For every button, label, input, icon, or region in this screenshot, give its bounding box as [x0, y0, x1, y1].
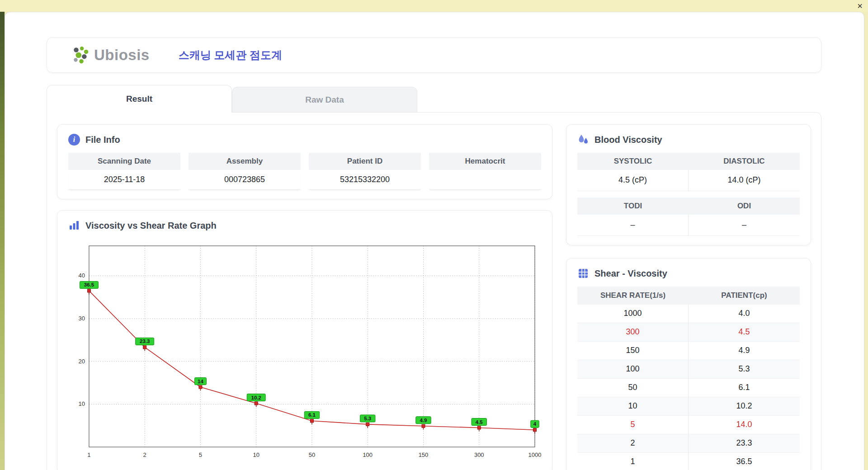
field-value: 53215332200: [309, 170, 421, 190]
shear-viscosity-title: Shear - Viscosity: [594, 268, 667, 279]
shear-rate-cell: 150: [577, 342, 689, 360]
svg-text:300: 300: [474, 451, 484, 458]
shear-table-row: 223.3: [577, 434, 800, 453]
bv-todi-value: –: [577, 215, 689, 236]
svg-text:6.1: 6.1: [308, 412, 316, 418]
shear-table-row: 506.1: [577, 379, 800, 397]
svg-text:2: 2: [143, 451, 146, 458]
shear-table-row: 136.5: [577, 453, 800, 470]
blood-viscosity-title: Blood Viscosity: [594, 135, 662, 145]
field-label: Assembly: [189, 153, 301, 170]
file-info-title: File Info: [85, 135, 120, 145]
shear-table-header: SHEAR RATE(1/s) PATIENT(cp): [577, 287, 800, 305]
tab-bar: Result Raw Data: [47, 85, 821, 112]
svg-text:100: 100: [363, 451, 373, 458]
field-label: Patient ID: [309, 153, 421, 170]
svg-text:50: 50: [309, 451, 315, 458]
shear-table-row: 3004.5: [577, 323, 800, 342]
svg-text:30: 30: [79, 315, 85, 322]
info-icon: i: [68, 134, 80, 146]
shear-viscosity-card: Shear - Viscosity SHEAR RATE(1/s) PATIEN…: [566, 258, 811, 470]
svg-text:5.3: 5.3: [364, 416, 371, 421]
tab-raw-data-label: Raw Data: [305, 95, 344, 105]
viscosity-graph-card: Viscosity vs Shear Rate Graph 1020304012…: [57, 210, 552, 470]
shear-rate-cell: 300: [577, 323, 689, 342]
brand-name: Ubiosis: [94, 47, 150, 64]
brand-logo: Ubiosis: [71, 46, 150, 65]
bv-odi-label: ODI: [689, 197, 800, 215]
patient-viscosity-cell: 4.5: [689, 323, 800, 342]
shear-rate-cell: 10: [577, 397, 689, 416]
field-value: 2025-11-18: [68, 170, 180, 190]
bv-value-row-2: – –: [577, 215, 800, 236]
blood-viscosity-card: Blood Viscosity SYSTOLIC DIASTOLIC 4.5 (…: [566, 124, 811, 245]
droplet-icon: [577, 134, 589, 146]
tab-raw-data[interactable]: Raw Data: [232, 87, 417, 112]
svg-text:10.2: 10.2: [251, 395, 261, 400]
close-icon[interactable]: ×: [857, 0, 863, 11]
shear-table-row: 1504.9: [577, 342, 800, 360]
field-assembly: Assembly 000723865: [189, 153, 301, 190]
svg-text:40: 40: [79, 272, 85, 279]
field-value: [429, 170, 541, 190]
viscosity-chart: 102030401251050100150300100036.523.31410…: [68, 239, 541, 464]
ubiosis-logo-icon: [71, 46, 90, 65]
field-label: Scanning Date: [68, 153, 180, 170]
desktop-background-edge: [0, 0, 5, 470]
patient-viscosity-cell: 36.5: [689, 453, 800, 470]
svg-text:36.5: 36.5: [84, 282, 94, 287]
svg-text:4.5: 4.5: [476, 419, 483, 425]
shear-rate-cell: 5: [577, 416, 689, 434]
patient-column-header: PATIENT(cp): [689, 287, 800, 305]
shear-rate-cell: 50: [577, 379, 689, 397]
shear-rate-column-header: SHEAR RATE(1/s): [577, 287, 689, 305]
svg-text:4.9: 4.9: [420, 418, 427, 423]
shear-rate-cell: 2: [577, 434, 689, 453]
patient-viscosity-cell: 4.0: [689, 305, 800, 323]
tab-result-label: Result: [126, 94, 152, 104]
svg-text:5: 5: [199, 451, 202, 458]
graph-title: Viscosity vs Shear Rate Graph: [85, 221, 217, 231]
field-value: 000723865: [189, 170, 301, 190]
bv-odi-value: –: [689, 215, 800, 236]
patient-viscosity-cell: 23.3: [689, 434, 800, 453]
bv-systolic-value: 4.5 (cP): [577, 170, 689, 191]
window-title-bar: ×: [0, 0, 868, 12]
app-window: Ubiosis 스캐닝 모세관 점도계 Result Raw Data i Fi…: [5, 12, 864, 470]
svg-text:150: 150: [419, 451, 429, 458]
patient-viscosity-cell: 14.0: [689, 416, 800, 434]
table-grid-icon: [577, 268, 589, 279]
svg-text:4: 4: [533, 421, 537, 427]
bv-diastolic-value: 14.0 (cP): [689, 170, 800, 191]
tab-result[interactable]: Result: [47, 85, 232, 113]
result-panel: i File Info Scanning Date 2025-11-18 Ass…: [47, 112, 821, 470]
svg-text:1000: 1000: [528, 451, 541, 458]
file-info-fields: Scanning Date 2025-11-18 Assembly 000723…: [68, 153, 541, 190]
page-title: 스캐닝 모세관 점도계: [179, 48, 282, 62]
field-patient-id: Patient ID 53215332200: [309, 153, 421, 190]
patient-viscosity-cell: 10.2: [689, 397, 800, 416]
bv-header-row-1: SYSTOLIC DIASTOLIC: [577, 153, 800, 170]
app-header: Ubiosis 스캐닝 모세관 점도계: [47, 38, 821, 73]
shear-table-body: 10004.03004.51504.91005.3506.11010.2514.…: [577, 305, 800, 470]
patient-viscosity-cell: 4.9: [689, 342, 800, 360]
shear-table-row: 10004.0: [577, 305, 800, 323]
svg-text:10: 10: [253, 451, 259, 458]
shear-rate-cell: 1: [577, 453, 689, 470]
bv-header-row-2: TODI ODI: [577, 197, 800, 215]
svg-text:23.3: 23.3: [140, 338, 150, 344]
field-label: Hematocrit: [429, 153, 541, 170]
shear-rate-cell: 100: [577, 360, 689, 379]
file-info-card: i File Info Scanning Date 2025-11-18 Ass…: [57, 124, 552, 199]
field-hematocrit: Hematocrit: [429, 153, 541, 190]
patient-viscosity-cell: 5.3: [689, 360, 800, 379]
bar-chart-icon: [68, 220, 80, 231]
bv-value-row-1: 4.5 (cP) 14.0 (cP): [577, 170, 800, 191]
patient-viscosity-cell: 6.1: [689, 379, 800, 397]
shear-table-row: 1005.3: [577, 360, 800, 379]
bv-diastolic-label: DIASTOLIC: [689, 153, 800, 170]
svg-text:10: 10: [79, 400, 85, 407]
svg-text:20: 20: [79, 358, 85, 365]
shear-rate-cell: 1000: [577, 305, 689, 323]
shear-table-row: 1010.2: [577, 397, 800, 416]
